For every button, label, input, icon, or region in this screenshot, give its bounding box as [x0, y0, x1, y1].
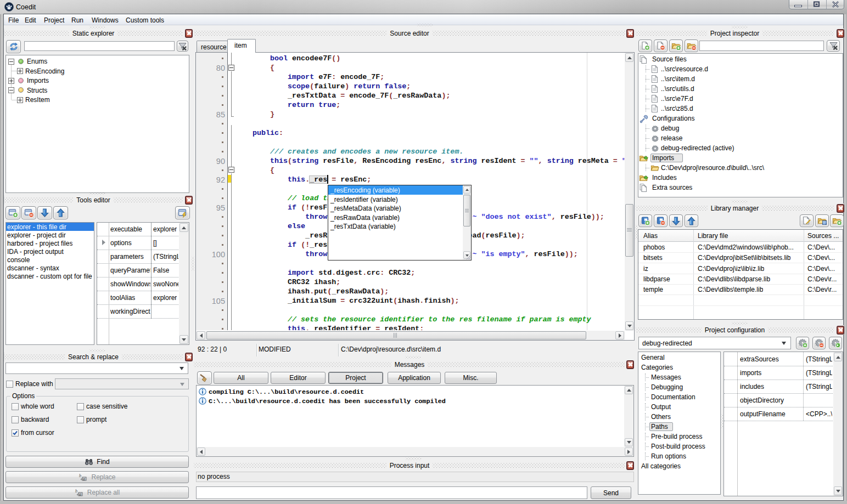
svg-text:b: b [79, 473, 81, 478]
svg-text:a: a [83, 477, 85, 482]
svg-text:b: b [75, 489, 77, 494]
svg-text:a: a [79, 492, 81, 497]
